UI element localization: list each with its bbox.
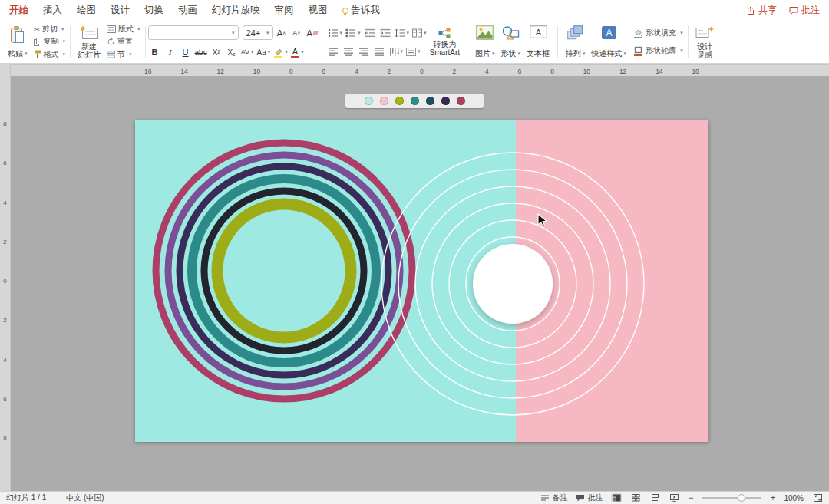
layout-button[interactable]: 版式▾ bbox=[107, 24, 140, 35]
chevron-down-icon: ▾ bbox=[680, 30, 683, 36]
shapes-button[interactable]: 形状▾ bbox=[498, 23, 524, 61]
font-size-value: 24+ bbox=[246, 28, 261, 38]
palette-dot-1[interactable] bbox=[365, 97, 373, 105]
align-text-button[interactable]: ▾ bbox=[405, 44, 421, 58]
language-indicator[interactable]: 中文 (中国) bbox=[66, 492, 104, 503]
slide-sorter-icon bbox=[632, 494, 640, 502]
palette-dot-3[interactable] bbox=[395, 97, 404, 105]
subscript-button[interactable]: X₂ bbox=[225, 45, 239, 59]
fit-window-button[interactable] bbox=[812, 493, 823, 502]
palette-dot-6[interactable] bbox=[441, 97, 450, 105]
font-color-button[interactable]: A▾ bbox=[290, 45, 305, 59]
bold-button[interactable]: B bbox=[148, 45, 162, 59]
decrease-font-size-button[interactable]: A∨ bbox=[290, 26, 304, 40]
kerning-label: AV bbox=[241, 48, 249, 56]
shape-fill-button[interactable]: 形状填充▾ bbox=[633, 28, 683, 39]
design-ideas-label-2: 灵感 bbox=[697, 51, 712, 59]
ribbon-separator bbox=[467, 26, 467, 58]
tab-告诉我[interactable]: 告诉我 bbox=[342, 4, 381, 17]
convert-to-smartart-button[interactable]: 转换为SmartArt bbox=[428, 23, 462, 61]
clear-formatting-button[interactable]: A bbox=[306, 26, 319, 40]
notes-icon bbox=[540, 494, 550, 502]
chevron-down-icon: ▾ bbox=[518, 51, 521, 57]
font-size-select[interactable]: 24+▾ bbox=[243, 25, 273, 40]
italic-button[interactable]: I bbox=[163, 45, 177, 59]
section-button[interactable]: 节▾ bbox=[107, 48, 140, 60]
text-highlight-button[interactable]: ▾ bbox=[272, 45, 289, 59]
format-painter-icon bbox=[34, 50, 41, 58]
columns-button[interactable]: ▾ bbox=[411, 26, 428, 40]
tab-绘图[interactable]: 绘图 bbox=[77, 4, 96, 17]
character-spacing-button[interactable]: AV▾ bbox=[240, 45, 255, 59]
zoom-in-button[interactable]: + bbox=[770, 492, 775, 503]
reset-button[interactable]: 重置 bbox=[107, 36, 140, 48]
share-label: 共享 bbox=[758, 4, 777, 17]
notes-label: 备注 bbox=[552, 492, 567, 503]
reset-label: 重置 bbox=[117, 36, 133, 47]
zoom-level[interactable]: 100% bbox=[784, 494, 804, 502]
notes-toggle-button[interactable]: 备注 bbox=[540, 492, 567, 503]
left-ring-5[interactable] bbox=[204, 191, 364, 351]
copy-button[interactable]: 复制▾ bbox=[34, 36, 66, 48]
palette-dot-2[interactable] bbox=[380, 97, 388, 105]
format-painter-button[interactable]: 格式▾ bbox=[34, 48, 66, 60]
design-ideas-button[interactable]: 设计灵感 bbox=[693, 23, 717, 61]
tab-开始[interactable]: 开始 bbox=[9, 4, 28, 17]
palette-dot-7[interactable] bbox=[457, 97, 465, 105]
tab-插入[interactable]: 插入 bbox=[43, 4, 62, 17]
new-slide-button[interactable]: 新建幻灯片 bbox=[75, 23, 103, 61]
font-color-icon: A bbox=[291, 48, 299, 58]
zoom-out-button[interactable]: − bbox=[688, 492, 693, 503]
tab-动画[interactable]: 动画 bbox=[178, 4, 197, 17]
left-ring-6[interactable] bbox=[217, 204, 351, 338]
tab-设计[interactable]: 设计 bbox=[111, 4, 130, 17]
arrange-button[interactable]: 排列▾ bbox=[563, 23, 589, 61]
palette-dot-5[interactable] bbox=[426, 97, 434, 105]
left-ring-3[interactable] bbox=[180, 166, 388, 375]
numbering-button[interactable]: ▾ bbox=[345, 26, 362, 40]
comments-toggle-button[interactable]: 批注 bbox=[576, 492, 603, 503]
zoom-slider[interactable] bbox=[702, 497, 761, 499]
font-name-select[interactable]: ▾ bbox=[148, 25, 239, 40]
paste-button[interactable]: 粘贴▾ bbox=[5, 23, 30, 61]
share-button[interactable]: 共享 bbox=[746, 4, 777, 17]
line-spacing-button[interactable]: ▾ bbox=[394, 26, 411, 40]
notes-page-view-button[interactable] bbox=[649, 493, 660, 502]
align-left-button[interactable] bbox=[327, 44, 341, 58]
decrease-indent-button[interactable] bbox=[363, 26, 377, 40]
tab-幻灯片放映[interactable]: 幻灯片放映 bbox=[212, 4, 260, 17]
increase-indent-button[interactable] bbox=[378, 26, 392, 40]
align-right-button[interactable] bbox=[358, 44, 372, 58]
bullets-button[interactable]: ▾ bbox=[327, 26, 344, 40]
strikethrough-button[interactable]: abc bbox=[194, 45, 208, 59]
vertical-ruler: 864202468 bbox=[0, 64, 11, 491]
quick-styles-button[interactable]: A 快速样式▾ bbox=[589, 23, 630, 61]
underline-button[interactable]: U bbox=[179, 45, 193, 59]
shape-fill-label: 形状填充 bbox=[646, 28, 676, 38]
justify-button[interactable] bbox=[373, 44, 387, 58]
increase-font-size-button[interactable]: A∧ bbox=[275, 26, 289, 40]
change-case-button[interactable]: Aa▾ bbox=[256, 45, 272, 59]
palette-dot-4[interactable] bbox=[411, 97, 419, 105]
tab-视图[interactable]: 视图 bbox=[309, 4, 328, 17]
shape-outline-button[interactable]: 形状轮廓▾ bbox=[633, 45, 683, 57]
tab-切换[interactable]: 切换 bbox=[144, 4, 163, 17]
tab-审阅[interactable]: 审阅 bbox=[275, 4, 294, 17]
chevron-down-icon: ▾ bbox=[266, 30, 269, 36]
cut-button[interactable]: ✂剪切▾ bbox=[34, 24, 66, 35]
textbox-button[interactable]: A 文本框 bbox=[523, 23, 553, 61]
align-center-button[interactable] bbox=[342, 44, 356, 58]
normal-view-button[interactable] bbox=[611, 493, 622, 502]
comments-button[interactable]: 批注 bbox=[789, 4, 820, 17]
slide-sorter-view-button[interactable] bbox=[630, 493, 641, 502]
slideshow-view-button[interactable] bbox=[669, 493, 679, 502]
center-white-circle[interactable] bbox=[473, 244, 553, 324]
slide[interactable] bbox=[135, 120, 708, 442]
zoom-slider-knob[interactable] bbox=[738, 494, 745, 502]
ribbon-separator bbox=[688, 26, 689, 58]
chevron-down-icon: ▾ bbox=[407, 30, 410, 36]
superscript-button[interactable]: X² bbox=[210, 45, 223, 59]
fit-window-icon bbox=[814, 494, 822, 502]
picture-button[interactable]: 图片▾ bbox=[472, 23, 498, 61]
text-direction-button[interactable]: ▾ bbox=[388, 44, 405, 58]
